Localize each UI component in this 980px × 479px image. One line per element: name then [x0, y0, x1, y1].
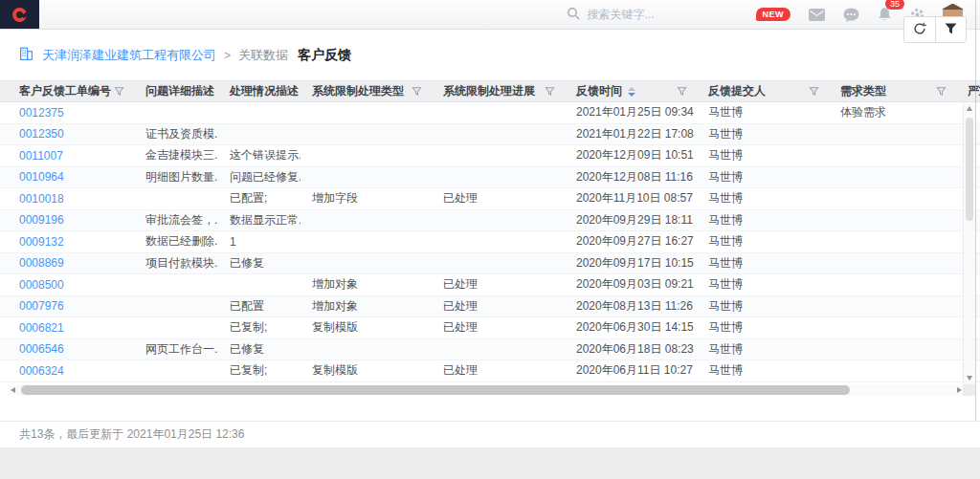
- limit-progress-cell: 已处理: [432, 276, 565, 293]
- table-row: 0010964明细图片数量...问题已经修复...2020年12月08日 11:…: [0, 167, 980, 189]
- record-id-link[interactable]: 0010964: [8, 170, 134, 184]
- filter-button[interactable]: [935, 17, 966, 42]
- record-id-link[interactable]: 0006324: [8, 364, 134, 378]
- feedback-time-cell: 2020年12月09日 10:51: [565, 147, 697, 163]
- content-right-edge: [975, 0, 976, 447]
- filter-funnel-icon[interactable]: [412, 86, 422, 99]
- submitter-cell: 马世博: [697, 276, 829, 293]
- table-row: 0009196审批流会签，...数据显示正常...2020年09月29日 18:…: [0, 210, 980, 232]
- column-label: 反馈时间: [576, 83, 622, 99]
- vertical-scroll-thumb[interactable]: [966, 118, 973, 221]
- scroll-left-arrow-icon[interactable]: [11, 387, 15, 393]
- column-header-9: 严重: [956, 81, 980, 101]
- notification-count-badge: 35: [885, 0, 904, 10]
- handling-desc-cell: 问题已经修复...: [218, 169, 301, 185]
- scroll-up-arrow-icon[interactable]: [967, 106, 972, 111]
- submitter-cell: 马世博: [697, 341, 829, 358]
- column-label: 客户反馈工单编号: [19, 83, 111, 99]
- handling-desc-cell: 已复制;: [218, 362, 301, 379]
- submitter-cell: 马世博: [697, 233, 829, 250]
- demand-type-cell: 体验需求: [829, 104, 956, 120]
- handling-desc-cell: 这个错误提示...: [218, 147, 301, 163]
- record-id-link[interactable]: 0007976: [8, 299, 134, 313]
- feedback-time-cell: 2021年01月22日 17:08: [565, 126, 697, 142]
- horizontal-scroll-thumb[interactable]: [21, 385, 850, 395]
- column-label: 系统限制处理进展: [443, 83, 535, 99]
- vertical-scrollbar[interactable]: [963, 102, 975, 384]
- issue-desc-cell: 审批流会签，...: [134, 212, 218, 229]
- submitter-cell: 马世博: [697, 104, 829, 120]
- limit-progress-cell: 已处理: [432, 298, 565, 315]
- mail-envelope-icon[interactable]: [809, 9, 825, 21]
- feedback-time-cell: 2020年12月08日 11:16: [565, 169, 697, 185]
- new-badge[interactable]: NEW: [756, 8, 791, 21]
- issue-desc-cell: 证书及资质模...: [134, 126, 218, 142]
- table-row: 0012350证书及资质模...2021年01月22日 17:08马世博: [0, 124, 980, 146]
- filter-funnel-icon: [945, 23, 957, 37]
- column-header-8: 需求类型: [829, 81, 956, 101]
- filter-funnel-icon[interactable]: [936, 86, 947, 99]
- search-input[interactable]: 搜索关键字...: [588, 7, 655, 23]
- filter-funnel-icon[interactable]: [545, 86, 555, 99]
- record-id-link[interactable]: 0012350: [8, 127, 134, 141]
- app-logo[interactable]: [0, 0, 39, 29]
- list-footer: 共13条，最后更新于 2021年01月25日 12:36: [0, 421, 980, 447]
- scroll-right-arrow-icon[interactable]: [957, 387, 962, 393]
- record-id-link[interactable]: 0006821: [8, 321, 134, 335]
- scroll-down-arrow-icon[interactable]: [967, 376, 972, 381]
- filter-funnel-icon[interactable]: [809, 86, 819, 99]
- column-label: 系统限制处理类型: [312, 83, 404, 99]
- limit-progress-cell: 已处理: [432, 319, 565, 336]
- limit-type-cell: 复制模版: [301, 319, 432, 336]
- global-search[interactable]: 搜索关键字...: [567, 7, 729, 23]
- record-id-link[interactable]: 0012375: [8, 106, 134, 120]
- page-title: 客户反馈: [298, 47, 351, 64]
- record-id-link[interactable]: 0010018: [8, 192, 134, 206]
- column-label: 反馈提交人: [708, 83, 766, 99]
- handling-desc-cell: 已配置: [218, 298, 301, 315]
- table-row: 0011007金吉捷模块三...这个错误提示...2020年12月09日 10:…: [0, 145, 980, 167]
- handling-desc-cell: 数据显示正常...: [218, 212, 301, 229]
- table-row: 0009132数据已经删除...12020年09月27日 16:27马世博一: [0, 231, 980, 253]
- submitter-cell: 马世博: [697, 190, 829, 207]
- limit-progress-cell: 已处理: [432, 190, 565, 207]
- submitter-cell: 马世博: [697, 319, 829, 336]
- horizontal-scrollbar[interactable]: [8, 384, 965, 396]
- refresh-button[interactable]: [904, 17, 935, 42]
- record-id-link[interactable]: 0006546: [8, 342, 134, 356]
- record-id-link[interactable]: 0009132: [8, 235, 134, 249]
- table-row: 0007976已配置增加对象已处理2020年08月13日 11:26马世博: [0, 296, 980, 318]
- column-header-2: 问题详细描述: [134, 81, 218, 101]
- feedback-time-cell: 2020年06月30日 14:15: [565, 319, 697, 336]
- refresh-icon: [913, 22, 926, 38]
- sort-desc-icon[interactable]: [628, 87, 635, 97]
- bell-icon[interactable]: 35: [878, 7, 892, 22]
- handling-desc-cell: 已修复: [218, 341, 301, 358]
- feedback-time-cell: 2020年09月17日 10:15: [565, 255, 697, 272]
- breadcrumb-separator: >: [224, 49, 231, 62]
- record-summary: 共13条，最后更新于 2021年01月25日 12:36: [19, 426, 244, 443]
- filter-funnel-icon[interactable]: [677, 86, 687, 99]
- limit-progress-cell: 已处理: [432, 362, 565, 379]
- feedback-time-cell: 2020年09月03日 09:21: [565, 276, 697, 293]
- submitter-cell: 马世博: [697, 298, 829, 315]
- filter-funnel-icon[interactable]: [198, 86, 209, 99]
- record-id-link[interactable]: 0009196: [8, 213, 134, 227]
- building-icon: [19, 47, 33, 64]
- handling-desc-cell: 1: [218, 235, 301, 249]
- breadcrumb-company-link[interactable]: 天津润泽建业建筑工程有限公司: [42, 47, 216, 64]
- breadcrumb-section-link[interactable]: 关联数据: [238, 47, 288, 64]
- issue-desc-cell: 明细图片数量...: [134, 169, 218, 185]
- handling-desc-cell: 已修复: [218, 255, 301, 272]
- chat-bubble-icon[interactable]: [843, 8, 859, 22]
- record-id-link[interactable]: 0008869: [8, 256, 134, 270]
- table-body: 00123752021年01月25日 09:34马世博体验需求0012350证书…: [0, 102, 980, 382]
- filter-funnel-icon[interactable]: [280, 86, 291, 99]
- record-id-link[interactable]: 0008500: [8, 278, 134, 292]
- record-id-link[interactable]: 0011007: [8, 149, 134, 163]
- column-header-3: 处理情况描述: [218, 81, 301, 101]
- column-header-5: 系统限制处理进展: [432, 81, 565, 101]
- filter-funnel-icon[interactable]: [114, 86, 124, 99]
- table-row: 0010018已配置;增加字段已处理2020年11月10日 08:57马世博: [0, 188, 980, 210]
- column-header-4: 系统限制处理类型: [301, 81, 432, 101]
